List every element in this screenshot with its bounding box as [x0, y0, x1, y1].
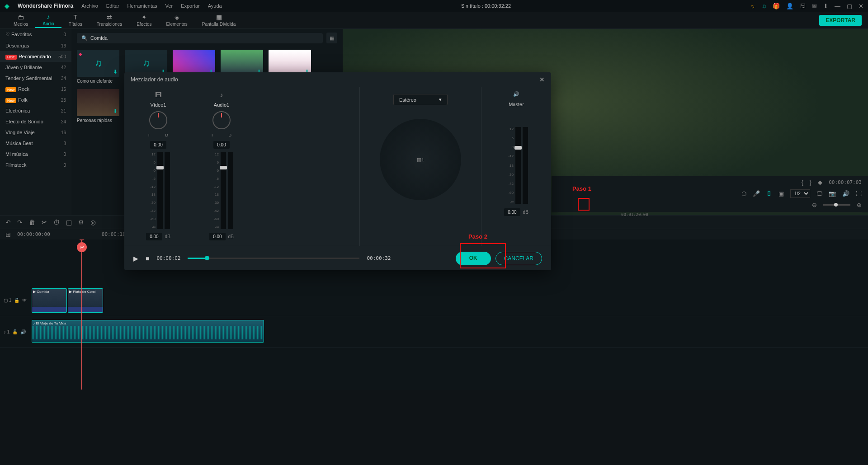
sidebar-item-recomendado[interactable]: HOTRecomendado500 [0, 51, 71, 62]
menu-ayuda[interactable]: Ayuda [208, 3, 222, 9]
tab-efectos[interactable]: ✦Efectos [129, 13, 159, 28]
speed-icon[interactable]: ⏱ [53, 219, 60, 226]
sidebar-item-electronica[interactable]: Electrónica21 [0, 105, 71, 116]
tab-medios[interactable]: 🗀Medios [6, 13, 35, 28]
audio-clip[interactable]: ♪ El Viaje de Tu Vida [32, 320, 264, 343]
menu-ver[interactable]: Ver [165, 3, 173, 9]
download-icon[interactable]: ⬇ [823, 3, 828, 9]
user-icon[interactable]: 👤 [786, 3, 793, 9]
cancel-button[interactable]: CANCELAR [495, 252, 542, 265]
zoom-select[interactable]: 1/2 [790, 189, 810, 198]
sidebar-item-beat[interactable]: Música Beat8 [0, 138, 71, 149]
undo-icon[interactable]: ↶ [5, 219, 11, 226]
elements-icon: ◈ [175, 14, 179, 21]
menu-archivo[interactable]: Archivo [81, 3, 98, 9]
playback-current: 00:00:02 [156, 255, 180, 261]
fullscreen-icon[interactable]: ⛶ [856, 190, 862, 197]
tab-audio[interactable]: ♪Audio [35, 12, 61, 28]
lock-icon[interactable]: 🔓 [12, 329, 18, 334]
fader-handle[interactable] [220, 166, 227, 169]
maximize-icon[interactable]: ▢ [847, 3, 852, 9]
pan-value[interactable]: 0.00 [150, 141, 166, 149]
save-icon[interactable]: 🖫 [800, 3, 806, 9]
sidebar-item-filmstock[interactable]: Filmstock0 [0, 160, 71, 170]
surround-center[interactable]: ▦1 [417, 157, 424, 163]
sidebar-item-rock[interactable]: NewRock16 [0, 84, 71, 94]
fader-handle[interactable] [156, 166, 164, 169]
tab-split[interactable]: ▦Pantalla Dividida [195, 13, 243, 28]
menu-exportar[interactable]: Exportar [181, 3, 200, 9]
sidebar-item-vlog[interactable]: Vlog de Viaje16 [0, 127, 71, 138]
tab-transiciones[interactable]: ⇄Transiciones [90, 13, 129, 28]
mail-icon[interactable]: ✉ [812, 3, 817, 9]
crop-tool-icon[interactable]: ◫ [66, 219, 72, 226]
pan-knob[interactable] [212, 111, 231, 129]
track-manage-icon[interactable]: ⊞ [5, 231, 11, 238]
playback-progress[interactable] [188, 258, 359, 259]
tab-elementos[interactable]: ◈Elementos [159, 13, 195, 28]
adjust-icon[interactable]: ⚙ [78, 219, 84, 226]
thumb-item[interactable]: ◆♫⬇Como un elefante [77, 50, 119, 84]
audio-wave-icon[interactable]: ◎ [90, 219, 96, 226]
search-input-wrap[interactable]: 🔍 [77, 33, 323, 43]
zoom-slider[interactable] [823, 204, 850, 206]
sidebar-item-joven[interactable]: Jóven y Brillante42 [0, 62, 71, 73]
tab-titulos[interactable]: TTítulos [61, 13, 90, 28]
thumb-item[interactable]: ⬇Personas rápidas [77, 89, 119, 123]
export-button[interactable]: EXPORTAR [819, 15, 862, 26]
bracket-left-icon[interactable]: { [801, 179, 803, 186]
redo-icon[interactable]: ↷ [17, 219, 23, 226]
download-thumb-icon[interactable]: ⬇ [113, 108, 118, 114]
delete-icon[interactable]: 🗑 [29, 219, 35, 226]
marker-icon[interactable]: ◆ [818, 179, 822, 186]
lock-icon[interactable]: 🔓 [14, 298, 19, 303]
text-icon: T [74, 14, 78, 21]
sidebar-item-descargas[interactable]: Descargas16 [0, 40, 71, 51]
mic-icon[interactable]: 🎤 [753, 190, 760, 197]
pan-value[interactable]: 0.00 [213, 141, 229, 149]
sidebar-item-folk[interactable]: NewFolk25 [0, 94, 71, 105]
search-input[interactable] [90, 35, 318, 41]
playhead[interactable]: ✂ [81, 240, 82, 390]
lightbulb-icon[interactable]: ☼ [750, 3, 755, 9]
menu-herramientas[interactable]: Herramientas [127, 3, 157, 9]
split-icon: ▦ [216, 14, 222, 21]
cut-icon[interactable]: ✂ [42, 219, 47, 226]
headphones-icon[interactable]: ♫ [762, 3, 766, 9]
shield-icon[interactable]: ⬡ [741, 190, 746, 197]
fader-handle[interactable] [514, 146, 522, 150]
video-clip[interactable]: ▶ Plato de Comi [68, 288, 103, 313]
video-clip[interactable]: ▶ Comida [32, 288, 67, 313]
eye-icon[interactable]: 👁 [22, 298, 27, 303]
gift-icon[interactable]: 🎁 [773, 3, 780, 9]
sidebar-item-sfx[interactable]: Efecto de Sonido24 [0, 116, 71, 127]
snapshot-icon[interactable]: 📷 [829, 190, 836, 197]
sidebar-item-tender[interactable]: Tender y Sentimental34 [0, 73, 71, 84]
audio-mixer-icon[interactable]: 🎚 [766, 190, 772, 197]
scissors-icon[interactable]: ✂ [77, 242, 87, 252]
monitor-icon[interactable]: 🖵 [816, 190, 822, 197]
sidebar-item-favoritos[interactable]: ♡ Favoritos0 [0, 29, 71, 40]
zoom-in-icon[interactable]: ⊕ [857, 202, 862, 208]
grid-view-button[interactable]: ▦ [326, 33, 337, 43]
bracket-right-icon[interactable]: } [810, 179, 811, 186]
sidebar-item-mimusica[interactable]: Mi música0 [0, 149, 71, 160]
music-note-icon: ♪ [47, 13, 50, 20]
surround-field[interactable]: ▦1 [380, 119, 461, 200]
minimize-icon[interactable]: — [835, 3, 840, 9]
zoom-out-icon[interactable]: ⊖ [812, 202, 817, 208]
volume-icon[interactable]: 🔊 [842, 190, 849, 197]
audio-track[interactable]: ♪ 1🔓🔊 ♪ El Viaje de Tu Vida [0, 316, 868, 348]
pan-knob[interactable] [149, 111, 167, 129]
close-window-icon[interactable]: ✕ [859, 3, 863, 9]
menu-editar[interactable]: Editar [106, 3, 119, 9]
speaker-icon[interactable]: 🔊 [20, 329, 26, 334]
download-thumb-icon[interactable]: ⬇ [113, 69, 118, 75]
video-track[interactable]: ▢ 1🔓👁 ▶ Comida ▶ Plato de Comi [0, 285, 868, 316]
stop-icon[interactable]: ■ [146, 255, 149, 262]
play-icon[interactable]: ▶ [133, 255, 138, 262]
ok-button[interactable]: OK [456, 252, 491, 265]
stereo-select[interactable]: Estéreo▾ [393, 94, 448, 105]
crop-icon[interactable]: ▣ [778, 190, 784, 197]
close-icon[interactable]: ✕ [539, 76, 545, 83]
